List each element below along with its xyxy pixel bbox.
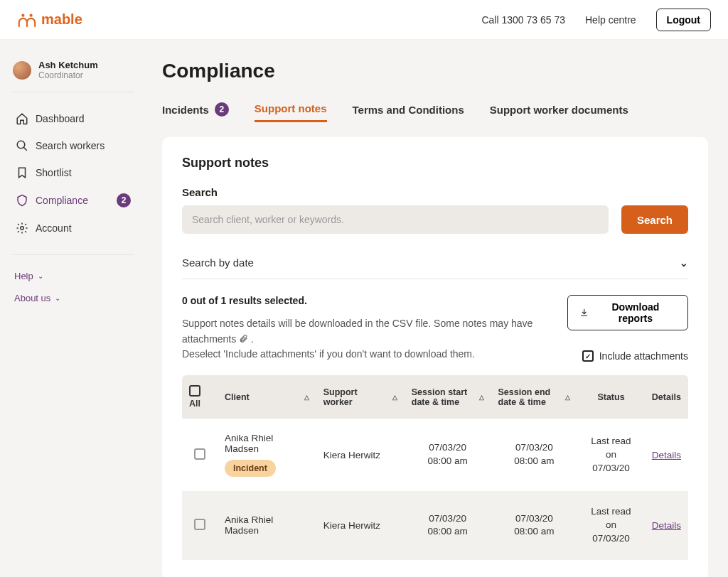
compliance-badge: 2 bbox=[117, 193, 131, 207]
sidebar-link-help[interactable]: Help ⌄ bbox=[13, 265, 134, 287]
download-help-text: Support notes details will be downloaded… bbox=[182, 316, 567, 362]
profile-block[interactable]: Ash Ketchum Coordinator bbox=[13, 57, 134, 92]
tab-label: Terms and Conditions bbox=[353, 104, 464, 116]
search-by-date-accordion[interactable]: Search by date ⌄ bbox=[182, 249, 688, 279]
th-worker[interactable]: Support worker△ bbox=[316, 375, 405, 419]
paperclip-icon bbox=[239, 333, 248, 344]
sidebar-item-label: Dashboard bbox=[36, 113, 85, 124]
chevron-down-icon: ⌄ bbox=[38, 272, 43, 280]
sidebar: Ash Ketchum Coordinator Dashboard Search… bbox=[0, 40, 142, 577]
svg-point-0 bbox=[21, 14, 24, 16]
incident-tag: Incident bbox=[225, 460, 276, 477]
sort-icon: △ bbox=[565, 394, 570, 401]
help-centre-link[interactable]: Help centre bbox=[585, 14, 636, 26]
sidebar-link-about[interactable]: About us ⌄ bbox=[13, 287, 134, 309]
sidebar-item-label: Search workers bbox=[36, 140, 105, 151]
logout-button[interactable]: Logout bbox=[656, 9, 711, 31]
cell-client: Anika Rhiel Madsen bbox=[218, 491, 316, 560]
support-notes-card: Support notes Search Search Search by da… bbox=[162, 137, 708, 577]
sidebar-item-compliance[interactable]: Compliance 2 bbox=[13, 186, 134, 215]
svg-point-2 bbox=[17, 141, 25, 149]
home-icon bbox=[16, 112, 28, 125]
sidebar-item-label: Shortlist bbox=[36, 167, 72, 178]
table-row: Anika Rhiel Madsen Kiera Herwitz 07/03/2… bbox=[182, 491, 688, 560]
details-link[interactable]: Details bbox=[652, 450, 681, 460]
card-title: Support notes bbox=[182, 156, 688, 171]
chevron-down-icon: ⌄ bbox=[680, 257, 688, 269]
th-status: Status bbox=[577, 375, 644, 419]
topbar: mable Call 1300 73 65 73 Help centre Log… bbox=[0, 0, 728, 40]
accordion-label: Search by date bbox=[182, 257, 254, 269]
tab-documents[interactable]: Support worker documents bbox=[490, 98, 628, 122]
details-link[interactable]: Details bbox=[652, 520, 681, 531]
download-reports-button[interactable]: Download reports bbox=[567, 295, 688, 330]
th-start[interactable]: Session start date & time△ bbox=[405, 375, 491, 419]
select-all-checkbox[interactable] bbox=[189, 385, 200, 397]
sort-icon: △ bbox=[304, 394, 309, 401]
search-button[interactable]: Search bbox=[621, 205, 688, 234]
tabs: Incidents 2 Support notes Terms and Cond… bbox=[162, 97, 708, 123]
cell-worker: Kiera Herwitz bbox=[316, 491, 405, 560]
selection-count: 0 out of 1 results selected. bbox=[182, 295, 567, 306]
th-all: All bbox=[189, 399, 200, 409]
include-attachments-checkbox[interactable]: ✓ bbox=[582, 350, 594, 362]
sidebar-item-shortlist[interactable]: Shortlist bbox=[13, 159, 134, 186]
sidebar-item-account[interactable]: Account bbox=[13, 215, 134, 242]
tab-label: Support notes bbox=[255, 102, 327, 114]
row-checkbox[interactable] bbox=[194, 448, 205, 460]
search-input[interactable] bbox=[182, 205, 609, 234]
cell-worker: Kiera Herwitz bbox=[316, 419, 405, 491]
main-content: Compliance Incidents 2 Support notes Ter… bbox=[142, 40, 728, 577]
page-title: Compliance bbox=[162, 60, 708, 82]
cell-client: Anika Rhiel Madsen bbox=[225, 433, 309, 454]
sidebar-item-label: About us bbox=[14, 293, 50, 303]
support-notes-table: All Client△ Support worker△ Session star… bbox=[182, 375, 688, 560]
brand-logo[interactable]: mable bbox=[17, 11, 82, 28]
tab-terms[interactable]: Terms and Conditions bbox=[353, 98, 464, 122]
profile-name: Ash Ketchum bbox=[38, 60, 98, 70]
shield-icon bbox=[16, 194, 28, 207]
include-attachments-label: Include attachments bbox=[599, 350, 688, 362]
tab-label: Incidents bbox=[162, 104, 209, 116]
tab-incidents[interactable]: Incidents 2 bbox=[162, 97, 229, 122]
table-row: Anika Rhiel Madsen Incident Kiera Herwit… bbox=[182, 419, 688, 491]
tab-support-notes[interactable]: Support notes bbox=[255, 97, 327, 122]
cell-start: 07/03/2008:00 am bbox=[405, 491, 491, 560]
cell-end: 07/03/2008:00 am bbox=[491, 419, 578, 491]
sidebar-item-dashboard[interactable]: Dashboard bbox=[13, 105, 134, 132]
phone-label[interactable]: Call 1300 73 65 73 bbox=[481, 14, 565, 26]
sort-icon: △ bbox=[392, 394, 397, 401]
incidents-badge: 2 bbox=[215, 102, 229, 117]
cell-end: 07/03/2008:00 am bbox=[491, 491, 578, 560]
th-end[interactable]: Session end date & time△ bbox=[491, 375, 578, 419]
cell-status: Last read on07/03/20 bbox=[577, 419, 644, 491]
sidebar-item-label: Help bbox=[14, 271, 33, 281]
sort-icon: △ bbox=[479, 394, 484, 401]
bookmark-icon bbox=[16, 166, 28, 179]
avatar bbox=[13, 61, 31, 80]
search-label: Search bbox=[182, 186, 688, 198]
tab-label: Support worker documents bbox=[490, 104, 628, 116]
cell-start: 07/03/2008:00 am bbox=[405, 419, 491, 491]
sidebar-item-label: Compliance bbox=[36, 195, 88, 206]
profile-role: Coordinator bbox=[38, 70, 98, 80]
sidebar-item-search-workers[interactable]: Search workers bbox=[13, 132, 134, 159]
svg-point-3 bbox=[21, 227, 24, 230]
download-icon bbox=[579, 308, 589, 318]
chevron-down-icon: ⌄ bbox=[55, 294, 60, 302]
sidebar-item-label: Account bbox=[36, 222, 72, 234]
th-details: Details bbox=[645, 375, 688, 419]
row-checkbox[interactable] bbox=[194, 519, 205, 530]
th-client[interactable]: Client△ bbox=[218, 375, 316, 419]
search-icon bbox=[16, 139, 28, 152]
gear-icon bbox=[16, 222, 28, 234]
mable-icon bbox=[17, 12, 37, 28]
brand-name: mable bbox=[41, 11, 82, 28]
cell-status: Last read on07/03/20 bbox=[577, 491, 644, 560]
svg-point-1 bbox=[30, 14, 33, 16]
